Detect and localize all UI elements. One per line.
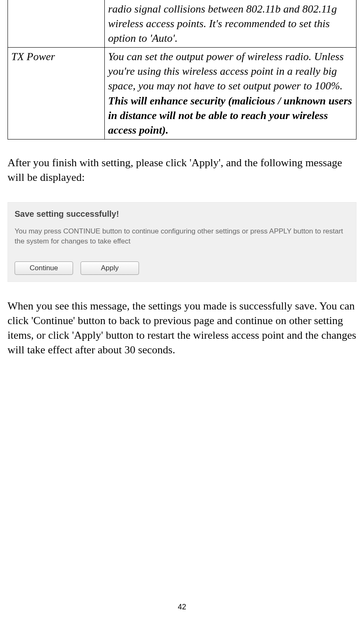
save-dialog: Save setting successfully! You may press… — [8, 202, 356, 282]
body-paragraph: After you finish with setting, please cl… — [8, 155, 356, 185]
table-cell-desc: You can set the output power of wireless… — [105, 48, 356, 140]
table-row: TX Power You can set the output power of… — [8, 48, 356, 140]
table-cell-label — [8, 0, 105, 48]
desc-bold-text: This will enhance security (malicious / … — [108, 95, 352, 136]
page-number: 42 — [0, 603, 364, 611]
continue-button[interactable]: Continue — [15, 261, 73, 275]
apply-button[interactable]: Apply — [81, 261, 139, 275]
body-paragraph: When you see this message, the settings … — [8, 299, 356, 357]
dialog-button-row: Continue Apply — [15, 261, 353, 275]
settings-table: radio signal collisions between 802.11b … — [8, 0, 356, 140]
table-row: radio signal collisions between 802.11b … — [8, 0, 356, 48]
desc-plain-text: You can set the output power of wireless… — [108, 51, 344, 92]
dialog-title: Save setting successfully! — [15, 209, 353, 219]
dialog-text: You may press CONTINUE button to continu… — [15, 226, 353, 246]
table-cell-label: TX Power — [8, 48, 105, 140]
table-cell-desc: radio signal collisions between 802.11b … — [105, 0, 356, 48]
